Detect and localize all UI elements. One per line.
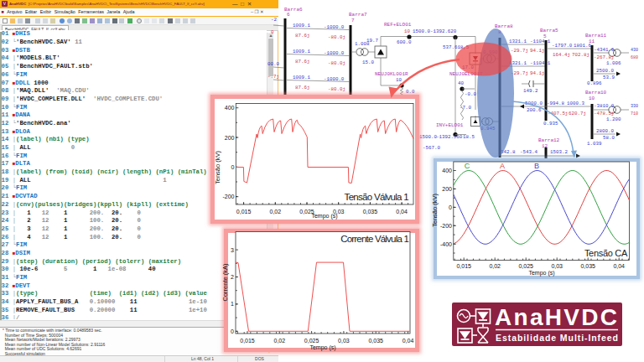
svg-text:200.6: 200.6 (527, 107, 542, 113)
svg-text:1.039: 1.039 (587, 141, 602, 147)
svg-text:40: 40 (458, 80, 464, 86)
svg-text:00.0: 00.0 (267, 61, 279, 67)
svg-text:1500.0: 1500.0 (419, 134, 437, 140)
svg-text:542.8: 542.8 (501, 149, 516, 155)
svg-text:-29.7j: -29.7j (511, 48, 528, 54)
svg-text:5: 5 (543, 34, 547, 39)
svg-text:1321.1: 1321.1 (509, 39, 527, 44)
svg-text:-1000.0: -1000.0 (324, 50, 345, 56)
svg-text:-80.0j: -80.0j (328, 34, 345, 40)
svg-text:Barra5: Barra5 (540, 28, 558, 34)
svg-text:10: 10 (396, 77, 402, 83)
svg-text:-80.0j: -80.0j (328, 86, 345, 92)
svg-text:94.1j: 94.1j (530, 70, 544, 76)
svg-text:10: 10 (589, 96, 595, 101)
svg-text:INV+ELO01: INV+ELO01 (436, 122, 464, 128)
svg-text:-2: -2 (271, 17, 277, 23)
svg-text:19.7: 19.7 (366, 38, 378, 44)
svg-text:18.5: 18.5 (463, 134, 475, 140)
svg-text:1503.2: 1503.2 (550, 149, 568, 155)
svg-text:-1000.0: -1000.0 (324, 76, 345, 82)
svg-text:11: 11 (589, 39, 595, 44)
svg-text:10: 10 (404, 28, 410, 34)
svg-text:-567.0: -567.0 (423, 145, 440, 151)
svg-text:1009.1: 1009.1 (293, 75, 310, 80)
svg-text:-1104.1: -1104.1 (530, 60, 551, 66)
svg-text:1009.1: 1009.1 (293, 23, 310, 28)
svg-text:0.990: 0.990 (483, 49, 498, 55)
svg-text:Barra11: Barra11 (585, 33, 607, 39)
svg-text:-407.5j: -407.5j (548, 111, 568, 116)
svg-text:Barra12: Barra12 (538, 137, 560, 143)
svg-text:1321.1: 1321.1 (509, 60, 527, 66)
svg-text:-478.5j: -478.5j (594, 111, 614, 116)
svg-text:-80.0j: -80.0j (328, 60, 345, 66)
svg-text:94.1j: 94.1j (530, 48, 544, 54)
svg-text:AnaHVDC: AnaHVDC (495, 304, 617, 330)
svg-text:NEUJ0EL001T: NEUJ0EL001T (449, 71, 483, 77)
svg-text:NEUJ0KL001R: NEUJ0KL001R (375, 71, 408, 77)
svg-text:-994.8: -994.8 (547, 101, 564, 106)
svg-text:Barra10: Barra10 (585, 90, 607, 96)
svg-text:-1104.1: -1104.1 (530, 39, 551, 44)
svg-text:REF+ELO01: REF+ELO01 (384, 22, 412, 28)
svg-text:149.2: 149.2 (523, 88, 538, 94)
svg-text:1000.3: 1000.3 (567, 101, 584, 106)
svg-text:537.618,5: 537.618,5 (443, 44, 470, 50)
svg-text:430: 430 (631, 48, 638, 53)
svg-text:15.0: 15.0 (362, 59, 374, 65)
svg-text:0.935: 0.935 (543, 121, 558, 127)
svg-text:Barra8: Barra8 (495, 23, 513, 29)
svg-text:600.0: 600.0 (397, 39, 412, 45)
svg-text:87.6j: 87.6j (295, 33, 309, 39)
svg-text:620.7j: 620.7j (569, 111, 586, 116)
svg-text:-1392.560: -1392.560 (436, 134, 463, 140)
svg-text:6: 6 (287, 12, 290, 18)
svg-text:0.896: 0.896 (587, 80, 602, 86)
svg-text:-.7j: -.7j (267, 74, 279, 80)
svg-text:-543.4: -543.4 (520, 149, 538, 155)
svg-text:1.006: 1.006 (606, 60, 621, 66)
svg-text:-7.0: -7.0 (460, 105, 471, 111)
svg-text:-3810.0: -3810.0 (594, 103, 615, 109)
svg-text:-0.0: -0.0 (465, 91, 476, 97)
svg-text:8: 8 (498, 29, 501, 35)
svg-text:710: 710 (631, 111, 638, 116)
svg-text:702.8j: 702.8j (572, 52, 589, 58)
svg-text:-1797.0: -1797.0 (552, 43, 573, 49)
svg-text:0.0: 0.0 (406, 89, 415, 95)
svg-text:1500.0: 1500.0 (413, 28, 430, 34)
svg-text:7: 7 (351, 18, 355, 23)
svg-text:-29.7j: -29.7j (511, 70, 528, 76)
svg-text:Estabilidade Multi-Infeed: Estabilidade Multi-Infeed (496, 333, 618, 343)
svg-text:2800.0: 2800.0 (596, 128, 614, 134)
svg-text:0: 0 (271, 29, 274, 35)
svg-text:58.0: 58.0 (603, 135, 615, 141)
svg-text:17.0: 17.0 (462, 65, 474, 70)
svg-text:-1392.620: -1392.620 (430, 28, 457, 34)
svg-text:2500.0: 2500.0 (596, 68, 614, 74)
svg-text:5000.0: 5000.0 (525, 101, 543, 106)
svg-text:1.200: 1.200 (606, 116, 621, 122)
svg-text:-1000.0: -1000.0 (324, 24, 345, 30)
svg-text:0.945: 0.945 (480, 126, 496, 132)
svg-text:680: 680 (631, 55, 638, 60)
svg-text:53.9: 53.9 (603, 75, 615, 80)
svg-text:87.6j: 87.6j (295, 59, 309, 65)
svg-text:87.6j: 87.6j (295, 85, 309, 90)
svg-text:12: 12 (542, 143, 548, 149)
svg-text:330: 330 (631, 104, 638, 109)
svg-text:-267.8j: -267.8j (594, 54, 614, 60)
svg-text:-4341.6: -4341.6 (594, 47, 615, 53)
svg-text:1009.1: 1009.1 (293, 49, 310, 54)
svg-text:164.4j: 164.4j (553, 52, 570, 58)
